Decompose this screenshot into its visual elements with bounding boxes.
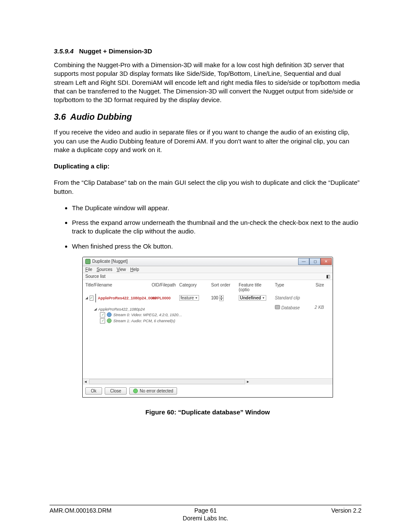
heading-title: Nugget + Dimension-3D [79,47,152,55]
clip-size: 2 KB [307,305,324,310]
heading-number: 3.5.9.4 [54,47,74,55]
clip-row[interactable]: ◢ ✓ AppleProRes422_1080p24_0000 APPL0000… [85,293,330,304]
dup-heading: Duplicating a clip: [54,162,361,171]
feature-dropdown[interactable]: Undefined▼ [239,295,273,301]
video-stream-label: Stream 0: Video: MPEG2, 4:2:0, 1920… [113,313,182,317]
panel-header: Source list ◧ [83,273,333,280]
duplicate-window: Duplicate [Nugget] — ◻ ✕ File Sources Vi… [82,257,333,398]
figure-caption: Figure 60: “Duplicate database” Window [54,408,361,417]
minimize-button[interactable]: — [298,258,309,265]
close-dialog-button[interactable]: Close [105,387,127,395]
maximize-button[interactable]: ◻ [309,258,321,265]
page-footer: AMR.OM.000163.DRM Page 61 Version 2.2 Do… [50,505,361,514]
check-icon [133,389,138,393]
col-type[interactable]: Type [275,283,305,292]
col-sort[interactable]: Sort order [211,283,237,292]
col-category[interactable]: Category [179,283,209,292]
clip-type: Standard clip [275,296,305,300]
error-status-label: No error detected [140,389,173,393]
undock-icon[interactable]: ◧ [326,274,330,279]
menu-bar: File Sources View Help [83,266,333,273]
col-size[interactable]: Size [307,283,324,292]
footer-page: Page 61 [50,507,361,514]
menu-file[interactable]: File [85,267,92,272]
col-oid[interactable]: OID/Filepath [152,283,177,292]
paragraph-3594: Combining the Nugget-Pro with a Dimensio… [54,61,361,104]
close-button[interactable]: ✕ [321,258,332,265]
dup-bullets: The Duplicate window will appear. Press … [67,204,361,251]
titlebar: Duplicate [Nugget] — ◻ ✕ [83,257,333,266]
bullet-item: The Duplicate window will appear. [72,204,361,212]
footer-company: Doremi Labs Inc. [50,515,361,522]
menu-view[interactable]: View [117,267,126,272]
window-title: Duplicate [Nugget] [92,259,128,264]
heading-36: 3.6 Audio Dubbing [54,112,361,122]
clip-title: AppleProRes422_1080p24_0000 [98,296,157,300]
audio-stream-label: Stream 1: Audio: PCM, 6 channel(s) [113,319,175,323]
video-stream-icon [107,312,112,317]
tree-parent: AppleProRes422_1080p24 [98,307,145,311]
category-dropdown[interactable]: feature▼ [179,295,209,301]
error-status-button[interactable]: No error detected [129,387,177,395]
clip-oid: APPL0000 [152,296,177,300]
thumbnail [95,294,96,302]
expand-icon[interactable]: ◢ [94,307,97,311]
sort-spinner[interactable]: 100 ▲▼ [211,295,237,301]
panel-label: Source list [85,274,106,279]
col-feature[interactable]: Feature title (optio [239,283,273,292]
column-headers: Title/Filename OID/Filepath Category Sor… [85,282,330,293]
video-checkbox[interactable]: ✓ [100,312,105,317]
bullet-item: When finished press the Ok button. [72,242,361,251]
audio-stream-icon [107,318,112,323]
expand-icon[interactable]: ◢ [85,296,88,300]
clip-location: Database [275,305,305,310]
database-icon [275,305,280,309]
col-title[interactable]: Title/Filename [85,283,150,292]
dup-intro: From the “Clip Database” tab on the main… [54,178,361,196]
horizontal-scrollbar[interactable]: ◂ ▸ [83,378,333,385]
audio-checkbox[interactable]: ✓ [100,318,105,324]
bullet-item: Press the expand arrow underneath the th… [72,218,361,236]
heading-3594: 3.5.9.4 Nugget + Dimension-3D [54,47,361,55]
paragraph-36-intro: If you receive the video and audio in se… [54,128,361,154]
menu-help[interactable]: Help [130,267,139,272]
heading-title: Audio Dubbing [70,112,132,121]
menu-sources[interactable]: Sources [97,267,112,272]
app-icon [85,259,90,264]
heading-number: 3.6 [54,112,66,121]
row-checkbox[interactable]: ✓ [90,296,93,301]
ok-button[interactable]: Ok [85,387,102,395]
